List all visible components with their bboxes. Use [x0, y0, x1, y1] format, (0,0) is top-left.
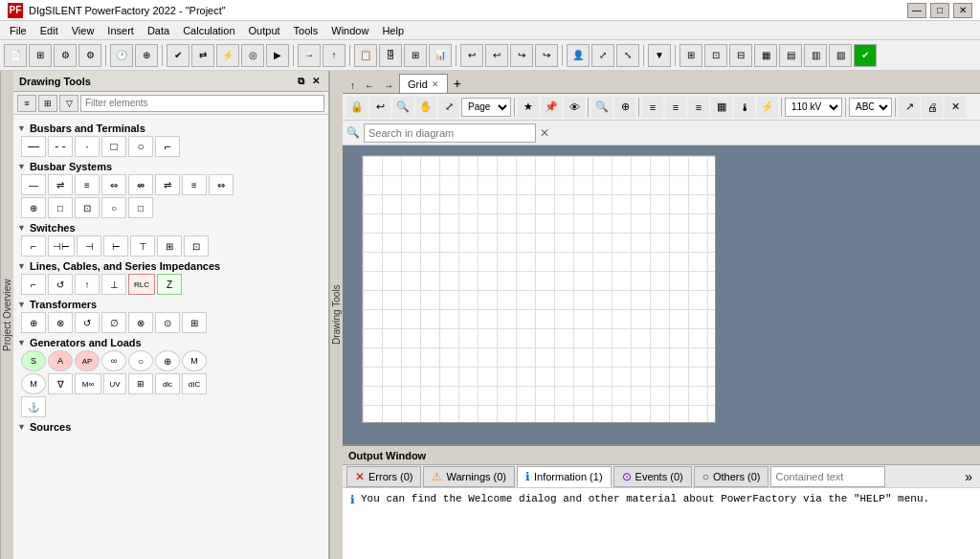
close-button[interactable]: ✕ [953, 3, 972, 18]
tb-view5[interactable]: ▤ [779, 44, 802, 67]
tb-db[interactable]: 🗄 [379, 44, 402, 67]
section-busbar-systems[interactable]: ▼ Busbar Systems [17, 161, 324, 172]
output-tab-warnings[interactable]: ⚠ Warnings (0) [423, 466, 515, 487]
tool-bs-4[interactable]: ⇔ [101, 174, 126, 195]
tool-bs-3[interactable]: ≡ [75, 174, 100, 195]
tb-view4[interactable]: ▦ [754, 44, 777, 67]
tool-switch-2[interactable]: ⊣⊢ [48, 235, 75, 257]
tb-check[interactable]: ✔ [167, 44, 189, 67]
minimize-button[interactable]: — [907, 3, 926, 18]
tb-gear2[interactable]: ⚙ [78, 44, 101, 67]
dt-layers2[interactable]: ≡ [665, 97, 686, 118]
tab-nav-back[interactable]: ← [361, 78, 378, 93]
tool-busbar-dash[interactable]: - - [48, 136, 73, 157]
tool-bs-r3[interactable]: ⊡ [75, 197, 100, 218]
tool-bs-2[interactable]: ⇌ [48, 174, 73, 195]
tool-switch-7[interactable]: ⊡ [184, 235, 209, 257]
tab-nav-up[interactable]: ↑ [346, 78, 359, 93]
tool-switch-5[interactable]: ⊤ [130, 235, 155, 257]
tb-target[interactable]: ⊕ [135, 44, 158, 67]
tool-line-rlc[interactable]: RLC [128, 274, 155, 295]
tool-gen-down[interactable]: ∇ [48, 373, 73, 394]
tb-arrows[interactable]: ⇄ [191, 44, 214, 67]
tool-gen-box1[interactable]: ⊞ [128, 373, 153, 394]
tool-gen-anchor[interactable]: ⚓ [21, 396, 46, 417]
tool-bs-7[interactable]: ≡ [182, 174, 207, 195]
menu-data[interactable]: Data [142, 24, 175, 37]
tb-view8[interactable]: ✔ [854, 44, 877, 67]
section-sources[interactable]: ▼ Sources [17, 421, 324, 433]
menu-output[interactable]: Output [243, 24, 286, 37]
dt-settings2[interactable]: ✕ [945, 97, 966, 118]
dt-cursor[interactable]: ⊕ [614, 97, 635, 118]
drawing-tools-side-label[interactable]: Drawing Tools [329, 71, 343, 559]
tool-line-3[interactable]: ↑ [75, 274, 100, 295]
section-busbars-terminals[interactable]: ▼ Busbars and Terminals [17, 123, 324, 134]
drawing-tools-close-button[interactable]: ✕ [309, 76, 323, 87]
tool-gen-dlc2[interactable]: dIC [182, 373, 207, 394]
tb-user[interactable]: 👤 [567, 44, 590, 67]
tool-switch-4[interactable]: ⊢ [103, 235, 128, 257]
tb-expand[interactable]: ⤢ [591, 44, 614, 67]
tool-bs-r2[interactable]: □ [48, 197, 73, 218]
tb-undo2[interactable]: ↩ [485, 44, 508, 67]
tb-redo[interactable]: ↪ [510, 44, 533, 67]
tool-gen-dlc1[interactable]: dlc [155, 373, 180, 394]
drawing-tools-float-button[interactable]: ⧉ [295, 76, 307, 87]
tb-locate[interactable]: ◎ [241, 44, 264, 67]
tool-gen-inf[interactable]: ∞ [101, 350, 126, 371]
filter-input[interactable] [80, 95, 324, 112]
tool-switch-1[interactable]: ⌐ [21, 235, 46, 257]
dt-pan[interactable]: ✋ [415, 97, 436, 118]
tb-dropdown-arrow[interactable]: ▼ [648, 44, 671, 67]
dt-undo[interactable]: ↩ [369, 97, 390, 118]
tb-new[interactable]: 📄 [4, 44, 27, 67]
dt-grid-view[interactable]: ⊞ [38, 95, 57, 112]
tool-line-1[interactable]: ⌐ [21, 274, 46, 295]
tool-bs-1[interactable]: — [21, 174, 46, 195]
tb-lightning[interactable]: ⚡ [216, 44, 239, 67]
tool-line-4[interactable]: ⊥ [101, 274, 126, 295]
menu-calculation[interactable]: Calculation [177, 24, 240, 37]
tb-view3[interactable]: ⊟ [729, 44, 752, 67]
dt-filter-btn[interactable]: ▽ [59, 95, 78, 112]
maximize-button[interactable]: □ [930, 3, 949, 18]
section-switches[interactable]: ▼ Switches [17, 222, 324, 234]
dt-export[interactable]: ↗ [899, 97, 920, 118]
tb-view6[interactable]: ▥ [804, 44, 827, 67]
tool-trans-5[interactable]: ⊗ [128, 312, 153, 333]
voltage-select[interactable]: 110 kV 220 kV 400 kV [785, 98, 842, 117]
tb-up-arrow[interactable]: ↑ [323, 44, 345, 67]
tool-gen-minfty[interactable]: M∞ [75, 373, 101, 394]
tb-settings[interactable]: ⚙ [54, 44, 77, 67]
tool-trans-7[interactable]: ⊞ [182, 312, 207, 333]
project-overview-panel[interactable]: Project Overview [0, 71, 13, 559]
tb-chart[interactable]: 📊 [429, 44, 452, 67]
tool-gen-uv[interactable]: UV [103, 373, 126, 394]
menu-file[interactable]: File [4, 24, 33, 37]
tab-grid[interactable]: Grid ✕ [399, 74, 448, 93]
dt-list-view[interactable]: ≡ [17, 95, 36, 112]
tool-bs-r1[interactable]: ⊕ [21, 197, 46, 218]
contained-text-input[interactable] [770, 466, 885, 487]
tool-busbar-circle[interactable]: ○ [128, 136, 153, 157]
tool-bs-8[interactable]: ⇔ [209, 174, 234, 195]
tool-line-z[interactable]: Z [157, 274, 182, 295]
tab-nav-forward[interactable]: → [380, 78, 397, 93]
tool-bs-r5[interactable]: □ [128, 197, 153, 218]
tool-switch-6[interactable]: ⊞ [157, 235, 182, 257]
tab-add-button[interactable]: + [450, 74, 465, 93]
menu-view[interactable]: View [66, 24, 100, 37]
tool-gen-a[interactable]: A [48, 350, 73, 371]
tool-gen-m1[interactable]: M [182, 350, 207, 371]
tool-trans-2[interactable]: ⊗ [48, 312, 73, 333]
search-close-button[interactable]: ✕ [540, 126, 549, 140]
tb-grid[interactable]: ⊞ [29, 44, 52, 67]
tool-bs-5[interactable]: ⇎ [128, 174, 153, 195]
output-tab-others[interactable]: ○ Others (0) [694, 466, 769, 487]
search-input[interactable] [364, 123, 536, 143]
output-tabs-more-button[interactable]: » [961, 469, 976, 484]
tool-trans-1[interactable]: ⊕ [21, 312, 46, 333]
dt-lock[interactable]: 🔒 [346, 97, 368, 118]
section-lines-cables[interactable]: ▼ Lines, Cables, and Series Impedances [17, 260, 324, 272]
